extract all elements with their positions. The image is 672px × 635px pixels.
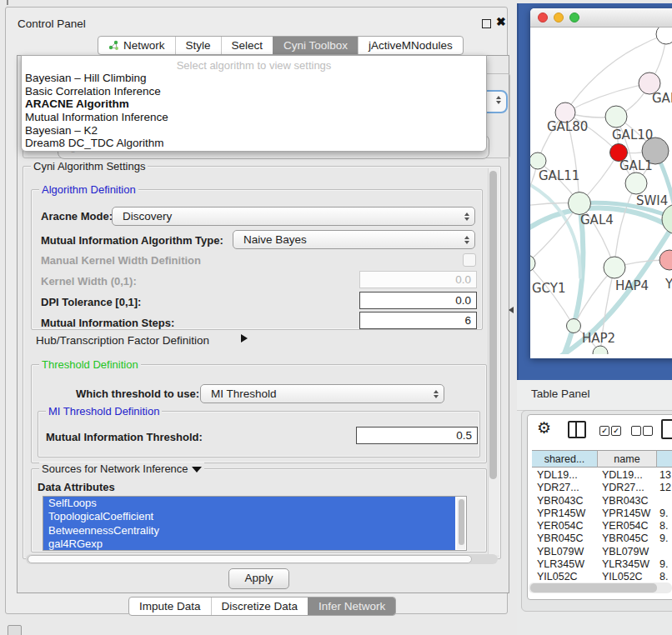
dropdown-item[interactable]: Mutual Information Inference [22, 111, 486, 124]
dropdown-item[interactable]: ARACNE Algorithm [22, 98, 486, 111]
network-node-gal10[interactable] [605, 106, 627, 128]
network-node-y[interactable] [659, 250, 672, 270]
gear-icon[interactable]: ⚙ [537, 418, 551, 438]
tab-impute-data[interactable]: Impute Data [129, 598, 211, 615]
node-label: SWI4 [636, 193, 668, 208]
dpi-tolerance-label: DPI Tolerance [0,1]: [41, 296, 141, 308]
column-header-name[interactable]: name [598, 450, 657, 468]
expand-arrow-icon[interactable] [241, 334, 248, 342]
table-cell: 9. [659, 532, 668, 545]
table-row[interactable]: YPR145WYPR145W9. [532, 508, 672, 520]
dropdown-item[interactable]: Basic Correlation Inference [22, 85, 486, 98]
network-window-titlebar[interactable] [530, 8, 672, 28]
attribute-item[interactable]: gal4RGexp [43, 538, 455, 551]
table-cell: YBR045C [537, 532, 584, 545]
table-row[interactable]: YBR043CYBR043C [532, 495, 672, 508]
table-cell: YDR27... [537, 482, 579, 494]
table-cell: YER054C [602, 520, 649, 532]
network-node-hap2[interactable] [567, 319, 581, 333]
tab-cyni-toolbox[interactable]: Cyni Toolbox [273, 37, 358, 54]
column-header-shared-name[interactable]: shared... [532, 450, 598, 468]
table-cell: 12 [659, 482, 671, 494]
network-node[interactable] [662, 204, 672, 234]
tab-select[interactable]: Select [221, 37, 273, 54]
sources-group-title: Sources for Network Inference [39, 462, 204, 475]
table-cell: YLR345W [602, 558, 649, 571]
column-header-clipped[interactable] [657, 450, 672, 468]
control-panel-tabs: Network Style Select Cyni Toolbox jActiv… [98, 36, 464, 55]
mac-zoom-button[interactable] [569, 12, 579, 22]
export-table-icon[interactable] [661, 419, 672, 439]
table-row[interactable]: YBR045CYBR045C9. [532, 532, 672, 545]
table-cell: YPR145W [602, 508, 650, 520]
float-window-icon[interactable] [482, 19, 491, 28]
deselect-all-icon-2[interactable] [643, 426, 653, 436]
tab-style[interactable]: Style [175, 37, 221, 54]
attribute-item[interactable]: SelfLoops [43, 497, 455, 510]
tab-jactivemnodules[interactable]: jActiveMNodules [358, 37, 463, 54]
kernel-width-label: Kernel Width (0,1): [41, 275, 137, 288]
control-panel-window: Control Panel ✖ Network Style Select Cyn… [5, 7, 508, 614]
collapse-arrow-icon[interactable] [192, 467, 202, 472]
which-threshold-combo[interactable]: MI Threshold [200, 384, 444, 403]
dropdown-item[interactable]: Bayesian – Hill Climbing [22, 72, 486, 85]
cyni-mode-tabs: Impute Data Discretize Data Infer Networ… [128, 597, 396, 616]
tab-discretize-data[interactable]: Discretize Data [211, 598, 308, 615]
network-node-hap4[interactable] [604, 257, 625, 278]
attribute-item[interactable]: BetweennessCentrality [43, 524, 455, 538]
close-icon[interactable]: ✖ [496, 15, 506, 28]
network-icon [108, 40, 119, 51]
table-row[interactable]: YLR345WYLR345W9. [532, 558, 672, 571]
network-node-gcy1[interactable] [530, 255, 535, 272]
network-graph[interactable]: GALGAL80GAL10GAL1SWI4GAL11GAL4GCY1HAP4YH… [530, 28, 672, 354]
network-node-swi4[interactable] [625, 172, 647, 194]
apply-button[interactable]: Apply [228, 568, 289, 589]
network-edge [629, 329, 672, 354]
dpi-tolerance-field[interactable]: 0.0 [359, 292, 477, 309]
settings-hscrollbar-thumb[interactable] [28, 555, 472, 563]
mi-steps-label: Mutual Information Steps: [41, 317, 174, 329]
network-node-gal4[interactable] [569, 192, 591, 215]
select-all-icon[interactable]: ✓ [599, 426, 609, 436]
minimized-panel-icon[interactable] [8, 625, 22, 635]
mac-minimize-button[interactable] [554, 12, 564, 22]
tab-infer-network[interactable]: Infer Network [308, 598, 395, 615]
panel-splitter-handle[interactable] [509, 307, 514, 313]
manual-kernel-checkbox[interactable] [463, 253, 476, 267]
deselect-all-icon[interactable] [631, 426, 641, 436]
table-cell: YDR27... [602, 482, 644, 494]
table-panel-title: Table Panel [531, 388, 590, 400]
table-row[interactable]: YBL079WYBL079W [532, 546, 672, 558]
dropdown-item[interactable]: Bayesian – K2 [22, 124, 486, 138]
table-hscrollbar-thumb[interactable] [530, 583, 657, 592]
mi-steps-field[interactable]: 6 [359, 312, 477, 329]
select-all-icon-2[interactable]: ✓ [611, 426, 621, 436]
settings-scrollbar-thumb[interactable] [489, 171, 497, 479]
table-cell: YBR043C [602, 495, 649, 508]
tab-network[interactable]: Network [98, 37, 175, 54]
attribute-item[interactable]: TopologicalCoefficient [43, 510, 455, 523]
network-node[interactable] [656, 28, 672, 44]
split-columns-icon[interactable] [568, 421, 586, 438]
mi-type-label: Mutual Information Algorithm Type: [41, 234, 223, 247]
panel-title: Control Panel [18, 18, 86, 30]
network-node-gal11[interactable] [530, 152, 546, 169]
mac-close-button[interactable] [538, 12, 548, 22]
attributes-scrollbar-thumb[interactable] [459, 499, 464, 545]
dropdown-item[interactable]: Dream8 DC_TDC Algorithm [22, 137, 486, 150]
network-canvas[interactable]: GALGAL80GAL10GAL1SWI4GAL11GAL4GCY1HAP4YH… [530, 28, 672, 354]
data-attributes-label: Data Attributes [38, 481, 115, 493]
table-row[interactable]: YER054CYER054C8. [532, 520, 672, 532]
kernel-width-field[interactable]: 0.0 [359, 271, 477, 288]
table-row[interactable]: YDR27...YDR27...12 [532, 482, 672, 494]
mi-type-combo[interactable]: Naive Bayes [233, 230, 475, 249]
table-row[interactable]: YDL19...YDL19...13 [532, 469, 672, 482]
algorithm-definition-title: Algorithm Definition [39, 183, 138, 196]
mi-threshold-definition-title: MI Threshold Definition [46, 405, 162, 418]
table-cell: YBL079W [537, 546, 584, 558]
aracne-mode-combo[interactable]: Discovery [112, 207, 475, 226]
mi-threshold-field[interactable]: 0.5 [356, 427, 478, 444]
hub-section-label[interactable]: Hub/Transcription Factor Definition [36, 334, 209, 347]
top-edge-tick [7, 0, 8, 5]
node-label: GAL10 [612, 128, 653, 142]
